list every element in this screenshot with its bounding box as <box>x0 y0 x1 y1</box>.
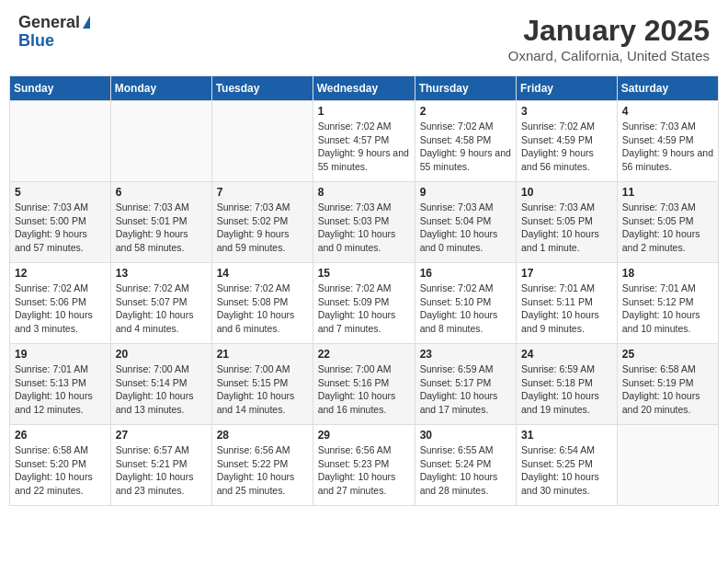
day-info: Sunrise: 7:02 AMSunset: 5:08 PMDaylight:… <box>217 282 308 336</box>
calendar-cell: 27Sunrise: 6:57 AMSunset: 5:21 PMDayligh… <box>110 425 211 506</box>
calendar-cell: 7Sunrise: 7:03 AMSunset: 5:02 PMDaylight… <box>211 182 313 263</box>
week-row-2: 5Sunrise: 7:03 AMSunset: 5:00 PMDaylight… <box>10 182 719 263</box>
calendar-cell: 9Sunrise: 7:03 AMSunset: 5:04 PMDaylight… <box>415 182 516 263</box>
day-info: Sunrise: 7:03 AMSunset: 5:05 PMDaylight:… <box>521 201 612 255</box>
week-row-5: 26Sunrise: 6:58 AMSunset: 5:20 PMDayligh… <box>10 425 719 506</box>
calendar-cell: 19Sunrise: 7:01 AMSunset: 5:13 PMDayligh… <box>10 344 111 425</box>
weekday-header-tuesday: Tuesday <box>211 76 313 101</box>
calendar-cell: 6Sunrise: 7:03 AMSunset: 5:01 PMDaylight… <box>110 182 211 263</box>
day-number: 4 <box>622 105 713 118</box>
calendar-cell: 2Sunrise: 7:02 AMSunset: 4:58 PMDaylight… <box>415 101 516 182</box>
day-number: 19 <box>15 348 106 361</box>
logo-triangle-icon <box>83 16 90 29</box>
day-number: 23 <box>420 348 511 361</box>
day-info: Sunrise: 6:59 AMSunset: 5:17 PMDaylight:… <box>420 362 511 417</box>
day-number: 28 <box>217 429 308 442</box>
calendar-cell: 1Sunrise: 7:02 AMSunset: 4:57 PMDaylight… <box>313 101 415 182</box>
calendar-cell: 21Sunrise: 7:00 AMSunset: 5:15 PMDayligh… <box>211 344 313 425</box>
day-info: Sunrise: 7:03 AMSunset: 5:01 PMDaylight:… <box>116 201 207 255</box>
day-info: Sunrise: 6:58 AMSunset: 5:19 PMDaylight:… <box>622 362 713 417</box>
calendar-cell: 25Sunrise: 6:58 AMSunset: 5:19 PMDayligh… <box>617 344 718 425</box>
week-row-3: 12Sunrise: 7:02 AMSunset: 5:06 PMDayligh… <box>10 263 719 344</box>
day-info: Sunrise: 7:03 AMSunset: 5:03 PMDaylight:… <box>318 201 410 255</box>
day-info: Sunrise: 7:02 AMSunset: 5:09 PMDaylight:… <box>318 282 410 336</box>
day-info: Sunrise: 7:03 AMSunset: 5:05 PMDaylight:… <box>622 201 713 255</box>
day-info: Sunrise: 7:02 AMSunset: 5:06 PMDaylight:… <box>15 282 106 336</box>
calendar-cell: 18Sunrise: 7:01 AMSunset: 5:12 PMDayligh… <box>617 263 718 344</box>
day-number: 14 <box>217 267 308 280</box>
day-info: Sunrise: 6:56 AMSunset: 5:22 PMDaylight:… <box>217 443 308 498</box>
calendar-cell: 5Sunrise: 7:03 AMSunset: 5:00 PMDaylight… <box>10 182 111 263</box>
day-info: Sunrise: 7:00 AMSunset: 5:15 PMDaylight:… <box>217 362 308 417</box>
day-info: Sunrise: 7:01 AMSunset: 5:13 PMDaylight:… <box>15 362 106 417</box>
day-number: 18 <box>622 267 713 280</box>
calendar-cell: 24Sunrise: 6:59 AMSunset: 5:18 PMDayligh… <box>517 344 618 425</box>
calendar-cell: 23Sunrise: 6:59 AMSunset: 5:17 PMDayligh… <box>415 344 516 425</box>
day-info: Sunrise: 7:02 AMSunset: 4:58 PMDaylight:… <box>420 120 511 174</box>
day-number: 21 <box>217 348 308 361</box>
day-number: 24 <box>521 348 612 361</box>
day-number: 30 <box>420 429 511 442</box>
day-number: 27 <box>116 429 207 442</box>
calendar-cell: 20Sunrise: 7:00 AMSunset: 5:14 PMDayligh… <box>110 344 211 425</box>
day-number: 1 <box>318 105 410 118</box>
day-number: 9 <box>420 186 511 199</box>
calendar-cell: 3Sunrise: 7:02 AMSunset: 4:59 PMDaylight… <box>517 101 618 182</box>
calendar-cell: 17Sunrise: 7:01 AMSunset: 5:11 PMDayligh… <box>517 263 618 344</box>
calendar-cell: 11Sunrise: 7:03 AMSunset: 5:05 PMDayligh… <box>617 182 718 263</box>
calendar-cell: 30Sunrise: 6:55 AMSunset: 5:24 PMDayligh… <box>415 425 516 506</box>
day-number: 7 <box>217 186 308 199</box>
day-number: 16 <box>420 267 511 280</box>
day-number: 10 <box>521 186 612 199</box>
weekday-header-sunday: Sunday <box>10 76 111 101</box>
weekday-header-wednesday: Wednesday <box>313 76 415 101</box>
day-info: Sunrise: 6:56 AMSunset: 5:23 PMDaylight:… <box>318 443 410 498</box>
day-info: Sunrise: 6:57 AMSunset: 5:21 PMDaylight:… <box>116 443 207 498</box>
day-info: Sunrise: 7:01 AMSunset: 5:12 PMDaylight:… <box>622 282 713 336</box>
day-info: Sunrise: 7:00 AMSunset: 5:16 PMDaylight:… <box>318 362 410 417</box>
calendar-cell: 26Sunrise: 6:58 AMSunset: 5:20 PMDayligh… <box>10 425 111 506</box>
day-info: Sunrise: 7:03 AMSunset: 5:00 PMDaylight:… <box>15 201 106 255</box>
day-number: 20 <box>116 348 207 361</box>
calendar-cell: 22Sunrise: 7:00 AMSunset: 5:16 PMDayligh… <box>313 344 415 425</box>
calendar-cell: 14Sunrise: 7:02 AMSunset: 5:08 PMDayligh… <box>211 263 313 344</box>
calendar-cell: 28Sunrise: 6:56 AMSunset: 5:22 PMDayligh… <box>211 425 313 506</box>
day-info: Sunrise: 7:03 AMSunset: 5:02 PMDaylight:… <box>217 201 308 255</box>
day-info: Sunrise: 7:02 AMSunset: 4:59 PMDaylight:… <box>521 120 612 174</box>
day-number: 2 <box>420 105 511 118</box>
day-number: 26 <box>15 429 106 442</box>
day-number: 12 <box>15 267 106 280</box>
calendar-cell: 29Sunrise: 6:56 AMSunset: 5:23 PMDayligh… <box>313 425 415 506</box>
day-number: 5 <box>15 186 106 199</box>
calendar-cell: 31Sunrise: 6:54 AMSunset: 5:25 PMDayligh… <box>517 425 618 506</box>
calendar-cell <box>211 101 313 182</box>
day-info: Sunrise: 7:01 AMSunset: 5:11 PMDaylight:… <box>521 282 612 336</box>
weekday-header-monday: Monday <box>110 76 211 101</box>
day-info: Sunrise: 7:02 AMSunset: 5:10 PMDaylight:… <box>420 282 511 336</box>
weekday-header-saturday: Saturday <box>617 76 718 101</box>
week-row-4: 19Sunrise: 7:01 AMSunset: 5:13 PMDayligh… <box>10 344 719 425</box>
calendar-cell: 15Sunrise: 7:02 AMSunset: 5:09 PMDayligh… <box>313 263 415 344</box>
calendar-table: SundayMondayTuesdayWednesdayThursdayFrid… <box>9 75 719 506</box>
weekday-header-row: SundayMondayTuesdayWednesdayThursdayFrid… <box>10 76 719 101</box>
day-number: 15 <box>318 267 410 280</box>
day-number: 22 <box>318 348 410 361</box>
day-number: 3 <box>521 105 612 118</box>
day-info: Sunrise: 6:58 AMSunset: 5:20 PMDaylight:… <box>15 443 106 498</box>
page-header: General Blue January 2025 Oxnard, Califo… <box>9 9 719 68</box>
calendar-cell <box>617 425 718 506</box>
day-number: 31 <box>521 429 612 442</box>
calendar-title: January 2025 <box>508 14 710 48</box>
calendar-cell: 8Sunrise: 7:03 AMSunset: 5:03 PMDaylight… <box>313 182 415 263</box>
calendar-cell: 12Sunrise: 7:02 AMSunset: 5:06 PMDayligh… <box>10 263 111 344</box>
day-info: Sunrise: 7:03 AMSunset: 5:04 PMDaylight:… <box>420 201 511 255</box>
day-info: Sunrise: 7:02 AMSunset: 4:57 PMDaylight:… <box>318 120 410 174</box>
logo-general: General <box>18 14 80 32</box>
day-info: Sunrise: 7:03 AMSunset: 4:59 PMDaylight:… <box>622 120 713 174</box>
calendar-cell: 10Sunrise: 7:03 AMSunset: 5:05 PMDayligh… <box>517 182 618 263</box>
day-info: Sunrise: 6:59 AMSunset: 5:18 PMDaylight:… <box>521 362 612 417</box>
day-number: 6 <box>116 186 207 199</box>
day-number: 25 <box>622 348 713 361</box>
day-number: 11 <box>622 186 713 199</box>
calendar-cell: 4Sunrise: 7:03 AMSunset: 4:59 PMDaylight… <box>617 101 718 182</box>
